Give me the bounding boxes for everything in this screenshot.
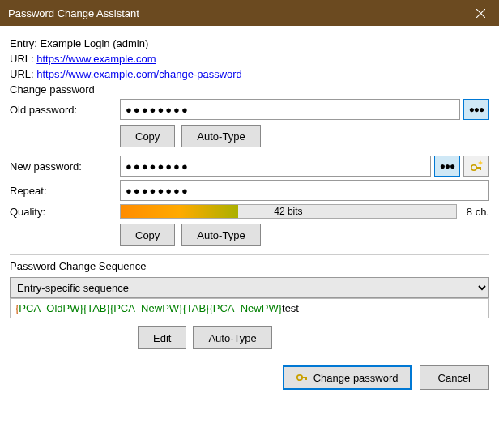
- autotype-sequence-button[interactable]: Auto-Type: [193, 326, 271, 349]
- copy-new-button[interactable]: Copy: [120, 224, 175, 246]
- url-link-1[interactable]: https://www.example.com: [36, 53, 156, 65]
- window-title: Password Change Assistant: [8, 7, 139, 19]
- repeat-label: Repeat:: [10, 185, 120, 197]
- titlebar: Password Change Assistant: [0, 0, 499, 26]
- dots-icon: ●●●: [469, 104, 484, 115]
- quality-bar: 42 bits: [120, 204, 457, 219]
- old-password-label: Old password:: [10, 104, 120, 116]
- generate-password-button[interactable]: [463, 156, 489, 177]
- sequence-header: Password Change Sequence: [10, 260, 489, 272]
- url-prefix-2: URL:: [10, 68, 36, 80]
- new-password-label: New password:: [10, 160, 120, 173]
- sequence-placeholders: PCA_OldPW}{TAB}{PCA_NewPW}{TAB}{PCA_NewP…: [19, 302, 282, 314]
- autotype-old-button[interactable]: Auto-Type: [181, 125, 260, 147]
- quality-fill: [121, 205, 238, 218]
- svg-rect-7: [305, 377, 307, 380]
- key-icon: [296, 371, 309, 384]
- sequence-dropdown[interactable]: Entry-specific sequence: [10, 277, 489, 298]
- divider: [10, 254, 489, 255]
- repeat-password-input[interactable]: [120, 180, 489, 201]
- entry-value: Example Login (admin): [41, 37, 149, 49]
- sequence-tail: test: [282, 302, 299, 314]
- url-line-1: URL: https://www.example.com: [10, 53, 489, 65]
- svg-rect-4: [480, 167, 481, 170]
- url-prefix-1: URL:: [10, 53, 36, 65]
- change-password-heading: Change password: [10, 83, 489, 96]
- entry-prefix: Entry:: [10, 37, 41, 49]
- cancel-button[interactable]: Cancel: [420, 365, 489, 390]
- autotype-new-button[interactable]: Auto-Type: [181, 224, 260, 246]
- new-password-input[interactable]: [120, 156, 431, 177]
- quality-label: Quality:: [10, 206, 120, 218]
- reveal-new-password-button[interactable]: ●●●: [434, 156, 460, 177]
- change-password-button[interactable]: Change password: [283, 365, 412, 390]
- key-sparkle-icon: [469, 160, 484, 173]
- sequence-text: {PCA_OldPW}{TAB}{PCA_NewPW}{TAB}{PCA_New…: [10, 298, 489, 318]
- quality-bits: 42 bits: [274, 206, 302, 217]
- copy-old-button[interactable]: Copy: [120, 125, 175, 147]
- close-button[interactable]: [462, 0, 499, 26]
- url-link-2[interactable]: https://www.example.com/change-password: [36, 68, 242, 80]
- dots-icon: ●●●: [440, 160, 455, 172]
- entry-line: Entry: Example Login (admin): [10, 37, 489, 49]
- old-password-input[interactable]: [120, 99, 460, 120]
- url-line-2: URL: https://www.example.com/change-pass…: [10, 68, 489, 80]
- reveal-old-password-button[interactable]: ●●●: [463, 99, 489, 120]
- change-password-label: Change password: [313, 372, 399, 384]
- edit-sequence-button[interactable]: Edit: [138, 326, 186, 349]
- quality-chars: 8 ch.: [467, 206, 489, 218]
